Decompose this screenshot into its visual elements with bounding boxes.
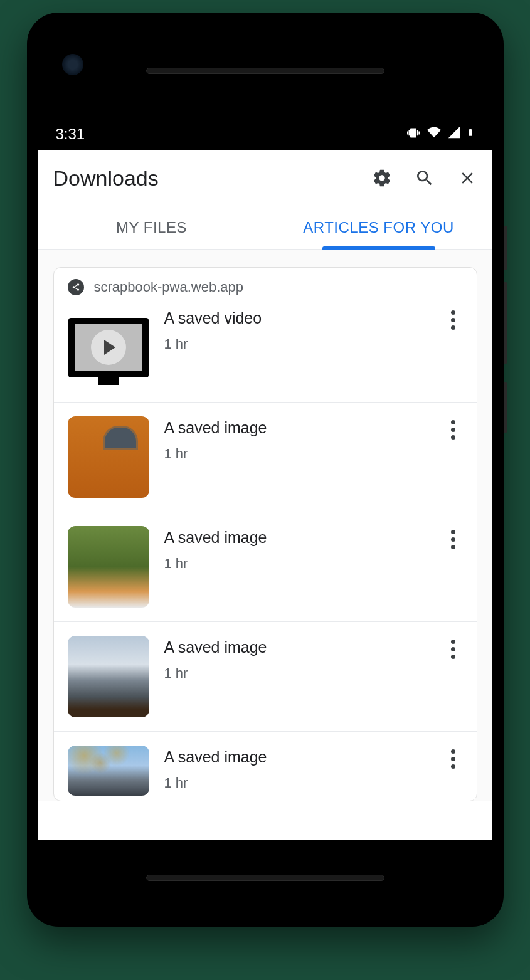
item-time: 1 hr — [164, 446, 429, 462]
item-time: 1 hr — [164, 665, 429, 682]
item-time: 1 hr — [164, 556, 429, 572]
content-area: scrapbook-pwa.web.app A saved video 1 hr — [38, 250, 492, 801]
item-time: 1 hr — [164, 775, 429, 791]
item-overflow-menu[interactable] — [444, 307, 463, 330]
search-button[interactable] — [415, 168, 435, 188]
status-icons — [406, 125, 475, 144]
more-vert-icon — [451, 530, 455, 534]
gear-icon — [372, 168, 392, 188]
item-title: A saved image — [164, 419, 429, 437]
speaker-grille — [146, 68, 384, 74]
item-title: A saved image — [164, 748, 429, 766]
thumbnail-image — [68, 526, 149, 608]
battery-icon — [466, 125, 475, 144]
app-bar: Downloads — [38, 150, 492, 206]
thumbnail-video — [68, 307, 149, 388]
vibrate-icon — [406, 125, 421, 143]
tab-bar: MY FILES ARTICLES FOR YOU — [38, 206, 492, 250]
source-card: scrapbook-pwa.web.app A saved video 1 hr — [53, 267, 477, 801]
more-vert-icon — [451, 420, 455, 424]
cellular-icon — [447, 125, 461, 143]
card-source: scrapbook-pwa.web.app — [94, 279, 243, 295]
item-overflow-menu[interactable] — [444, 746, 463, 769]
item-overflow-menu[interactable] — [444, 636, 463, 659]
tab-articles-for-you[interactable]: ARTICLES FOR YOU — [265, 206, 492, 249]
share-icon — [68, 279, 84, 295]
card-header: scrapbook-pwa.web.app — [54, 268, 477, 295]
phone-side-button — [504, 382, 507, 433]
search-icon — [415, 168, 435, 188]
status-time: 3:31 — [56, 125, 85, 143]
thumbnail-image — [68, 636, 149, 717]
phone-side-button — [504, 282, 507, 364]
more-vert-icon — [451, 310, 455, 315]
close-icon — [458, 169, 477, 187]
play-icon — [91, 330, 126, 365]
wifi-icon — [426, 125, 442, 143]
list-item[interactable]: A saved video 1 hr — [54, 295, 477, 403]
list-item[interactable]: A saved image 1 hr — [54, 732, 477, 801]
thumbnail-image — [68, 416, 149, 498]
status-bar: 3:31 — [38, 118, 492, 150]
more-vert-icon — [451, 749, 455, 754]
camera-lens — [62, 54, 83, 75]
item-title: A saved video — [164, 309, 429, 327]
speaker-grille — [146, 875, 384, 881]
page-title: Downloads — [53, 166, 159, 191]
item-title: A saved image — [164, 638, 429, 656]
item-overflow-menu[interactable] — [444, 416, 463, 440]
list-item[interactable]: A saved image 1 hr — [54, 512, 477, 622]
more-vert-icon — [451, 640, 455, 644]
item-title: A saved image — [164, 529, 429, 547]
settings-button[interactable] — [372, 168, 392, 188]
phone-frame: 3:31 Downloads — [27, 13, 504, 927]
phone-side-button — [504, 226, 507, 270]
list-item[interactable]: A saved image 1 hr — [54, 622, 477, 732]
phone-bezel-bottom — [38, 840, 492, 915]
tab-my-files[interactable]: MY FILES — [38, 206, 265, 249]
item-time: 1 hr — [164, 336, 429, 352]
list-item[interactable]: A saved image 1 hr — [54, 403, 477, 512]
item-overflow-menu[interactable] — [444, 526, 463, 549]
phone-bezel-top — [38, 24, 492, 118]
thumbnail-image — [68, 746, 149, 796]
close-button[interactable] — [457, 168, 477, 188]
